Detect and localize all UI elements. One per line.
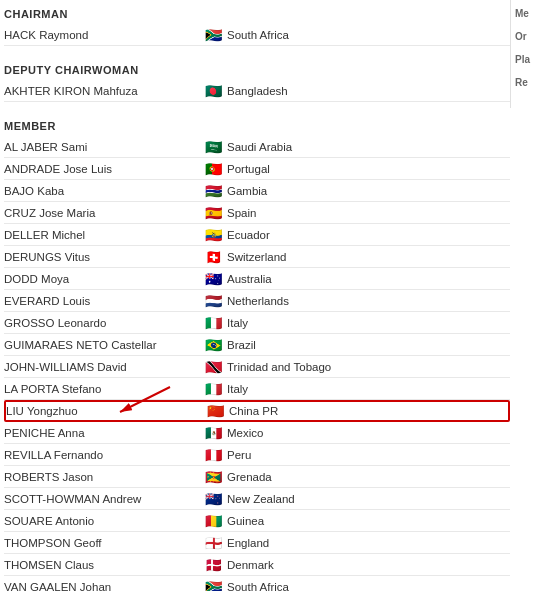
table-row: REVILLA Fernando🇵🇪Peru — [4, 444, 510, 466]
person-name: CRUZ Jose Maria — [4, 207, 204, 219]
country-cell: 🇮🇹Italy — [204, 317, 248, 329]
country-cell: 🇸🇦Saudi Arabia — [204, 141, 292, 153]
country-name: Denmark — [227, 559, 274, 571]
country-cell: 🇹🇹Trinidad and Tobago — [204, 361, 331, 373]
table-row: CRUZ Jose Maria🇪🇸Spain — [4, 202, 510, 224]
table-row: AL JABER Sami🇸🇦Saudi Arabia — [4, 136, 510, 158]
country-name: Saudi Arabia — [227, 141, 292, 153]
country-cell: 🇬🇲Gambia — [204, 185, 267, 197]
country-flag: 🇪🇸 — [204, 207, 222, 219]
person-name: SCOTT-HOWMAN Andrew — [4, 493, 204, 505]
country-flag: 🇧🇩 — [204, 85, 222, 97]
person-name: AL JABER Sami — [4, 141, 204, 153]
country-cell: 🇪🇸Spain — [204, 207, 256, 219]
country-flag: 🇮🇹 — [204, 317, 222, 329]
section-title-chairman: CHAIRMAN — [4, 8, 510, 20]
country-name: Italy — [227, 317, 248, 329]
country-cell: 🇨🇳China PR — [206, 405, 278, 417]
table-row: SCOTT-HOWMAN Andrew🇳🇿New Zealand — [4, 488, 510, 510]
table-row: AKHTER KIRON Mahfuza🇧🇩Bangladesh — [4, 80, 510, 102]
person-name: JOHN-WILLIAMS David — [4, 361, 204, 373]
country-flag: 🇪🇨 — [204, 229, 222, 241]
country-name: Trinidad and Tobago — [227, 361, 331, 373]
person-name: VAN GAALEN Johan — [4, 581, 204, 592]
country-flag: 🇵🇪 — [204, 449, 222, 461]
country-cell: 🇳🇱Netherlands — [204, 295, 289, 307]
person-name: DODD Moya — [4, 273, 204, 285]
country-cell: 🇪🇨Ecuador — [204, 229, 270, 241]
country-cell: 🇵🇹Portugal — [204, 163, 270, 175]
country-name: Guinea — [227, 515, 264, 527]
person-name: THOMSEN Claus — [4, 559, 204, 571]
country-flag: 🇬🇲 — [204, 185, 222, 197]
country-flag: 🇳🇱 — [204, 295, 222, 307]
country-flag: 🇨🇭 — [204, 251, 222, 263]
country-name: Portugal — [227, 163, 270, 175]
table-row: GROSSO Leonardo🇮🇹Italy — [4, 312, 510, 334]
country-cell: 🇧🇩Bangladesh — [204, 85, 288, 97]
table-row: DELLER Michel🇪🇨Ecuador — [4, 224, 510, 246]
country-name: Netherlands — [227, 295, 289, 307]
section-title-deputy: DEPUTY CHAIRWOMAN — [4, 64, 510, 76]
person-name: GROSSO Leonardo — [4, 317, 204, 329]
country-cell: 🇦🇺Australia — [204, 273, 272, 285]
country-name: England — [227, 537, 269, 549]
person-name: THOMPSON Geoff — [4, 537, 204, 549]
country-name: South Africa — [227, 29, 289, 41]
country-name: Gambia — [227, 185, 267, 197]
country-name: Italy — [227, 383, 248, 395]
person-name: HACK Raymond — [4, 29, 204, 41]
country-flag: 🇨🇳 — [206, 405, 224, 417]
person-name: REVILLA Fernando — [4, 449, 204, 461]
table-row: GUIMARAES NETO Castellar🇧🇷Brazil — [4, 334, 510, 356]
country-name: Australia — [227, 273, 272, 285]
person-name: DELLER Michel — [4, 229, 204, 241]
country-flag: 🇩🇰 — [204, 559, 222, 571]
country-flag: 🏴󠁧󠁢󠁥󠁮󠁧󠁿 — [204, 537, 222, 549]
country-flag: 🇮🇹 — [204, 383, 222, 395]
person-name: SOUARE Antonio — [4, 515, 204, 527]
table-row: JOHN-WILLIAMS David🇹🇹Trinidad and Tobago — [4, 356, 510, 378]
country-flag: 🇳🇿 — [204, 493, 222, 505]
country-cell: 🇧🇷Brazil — [204, 339, 256, 351]
person-name: DERUNGS Vitus — [4, 251, 204, 263]
country-name: Spain — [227, 207, 256, 219]
country-name: Peru — [227, 449, 251, 461]
country-cell: 🇬🇳Guinea — [204, 515, 264, 527]
person-name: ANDRADE Jose Luis — [4, 163, 204, 175]
table-row: LIU Yongzhuo🇨🇳China PR — [4, 400, 510, 422]
table-row: BAJO Kaba🇬🇲Gambia — [4, 180, 510, 202]
country-flag: 🇿🇦 — [204, 29, 222, 41]
country-name: New Zealand — [227, 493, 295, 505]
table-row: DODD Moya🇦🇺Australia — [4, 268, 510, 290]
sidebar-or: Or — [515, 31, 546, 42]
table-row: PENICHE Anna🇲🇽Mexico — [4, 422, 510, 444]
country-flag: 🇵🇹 — [204, 163, 222, 175]
country-flag: 🇦🇺 — [204, 273, 222, 285]
country-name: Brazil — [227, 339, 256, 351]
country-name: Grenada — [227, 471, 272, 483]
country-cell: 🇳🇿New Zealand — [204, 493, 295, 505]
person-name: GUIMARAES NETO Castellar — [4, 339, 204, 351]
country-cell: 🇨🇭Switzerland — [204, 251, 286, 263]
country-cell: 🇩🇰Denmark — [204, 559, 274, 571]
person-name: ROBERTS Jason — [4, 471, 204, 483]
table-row: DERUNGS Vitus🇨🇭Switzerland — [4, 246, 510, 268]
country-cell: 🇲🇽Mexico — [204, 427, 263, 439]
country-flag: 🇬🇩 — [204, 471, 222, 483]
person-name: EVERARD Louis — [4, 295, 204, 307]
person-name: BAJO Kaba — [4, 185, 204, 197]
table-row: THOMSEN Claus🇩🇰Denmark — [4, 554, 510, 576]
table-row: LA PORTA Stefano🇮🇹Italy — [4, 378, 510, 400]
person-name: PENICHE Anna — [4, 427, 204, 439]
country-flag: 🇹🇹 — [204, 361, 222, 373]
sidebar-me: Me — [515, 8, 546, 19]
country-flag: 🇸🇦 — [204, 141, 222, 153]
country-name: Mexico — [227, 427, 263, 439]
table-row: EVERARD Louis🇳🇱Netherlands — [4, 290, 510, 312]
country-cell: 🇿🇦South Africa — [204, 29, 289, 41]
country-name: Ecuador — [227, 229, 270, 241]
country-cell: 🇬🇩Grenada — [204, 471, 272, 483]
table-row: SOUARE Antonio🇬🇳Guinea — [4, 510, 510, 532]
country-flag: 🇧🇷 — [204, 339, 222, 351]
